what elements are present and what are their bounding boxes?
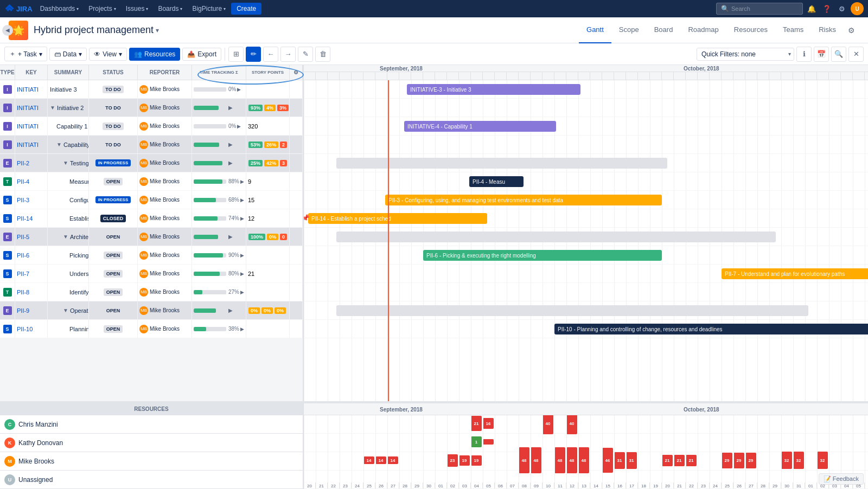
tab-gantt[interactable]: Gantt [579,17,611,43]
gantt-bar[interactable] [336,158,667,169]
data-button[interactable]: 🗃 Data ▾ [49,48,87,61]
nav-bigpicture[interactable]: BigPicture ▾ [188,0,230,17]
task-button[interactable]: ＋ + Task ▾ [4,47,47,61]
expand-icon[interactable]: ▼ [56,141,62,147]
gantt-bar[interactable]: INITIATIVE-3 - Initiative 3 [407,84,580,95]
settings-icon[interactable]: ⚙ [835,2,848,15]
cell-summary[interactable]: Capability 1 [48,117,89,135]
cell-key[interactable]: PII-7 [15,265,48,282]
search-container[interactable]: 🔍 Search [716,3,803,15]
cell-key[interactable]: INITIATI [15,80,48,98]
cell-key[interactable]: PII-4 [15,172,48,190]
expand-icon[interactable]: ▼ [63,234,68,240]
cell-summary[interactable]: Understand and [48,265,89,282]
nav-projects[interactable]: Projects ▾ [84,0,120,17]
tab-resources[interactable]: Resources [726,17,775,43]
table-row[interactable]: IINITIATIInitiative 3TO DOMBMike Brooks0… [0,80,303,99]
delete-icon[interactable]: 🗑 [315,47,330,62]
gantt-bar[interactable]: PII-3 - Configuring, using, and managing… [385,195,662,205]
table-row[interactable]: IINITIATICapability 1TO DOMBMike Brooks0… [0,117,303,136]
project-settings-gear[interactable]: ⚙ [844,17,859,43]
gantt-chart-area[interactable]: INITIATIVE-3 - Initiative 3INITIATIVE-4 … [304,80,868,401]
tab-scope[interactable]: Scope [611,17,647,43]
cell-key[interactable]: PII-5 [15,228,48,246]
nav-boards[interactable]: Boards ▾ [154,0,187,17]
nav-issues[interactable]: Issues ▾ [122,0,153,17]
quick-filter-select[interactable]: Quick Filters: none [697,48,794,61]
create-button[interactable]: Create [231,3,261,15]
edit-icon[interactable]: ✎ [298,47,313,62]
nav-dashboards[interactable]: Dashboards ▾ [36,0,84,17]
expand-icon[interactable]: ▼ [63,160,68,166]
expand-icon[interactable]: ▼ [63,307,68,313]
cell-summary[interactable]: ▼ Operations [48,301,89,319]
cell-key[interactable]: PII-6 [15,246,48,264]
feedback-button[interactable]: 📝 Feedback [819,473,864,485]
user-avatar[interactable]: U [851,2,864,15]
table-row[interactable]: IINITIATI▼ Initiative 2TO DOMBMike Brook… [0,99,303,117]
cell-summary[interactable]: Initiative 3 [48,80,89,98]
table-row[interactable]: EPII-9▼ OperationsOPENMBMike Brooks▶0%0%… [0,301,303,320]
gantt-bar[interactable]: PII-6 - Picking & executing the right mo… [423,250,662,261]
cell-summary[interactable]: Establish a pro🔒 [48,209,89,227]
pencil-icon[interactable]: ✏ [246,47,261,62]
table-row[interactable]: EPII-5▼ ArchitectureOPENMBMike Brooks▶10… [0,228,303,246]
tab-board[interactable]: Board [647,17,681,43]
cell-key[interactable]: PII-8 [15,283,48,301]
tab-teams[interactable]: Teams [775,17,811,43]
cell-key[interactable]: PII-2 [15,154,48,172]
gantt-bar[interactable] [336,305,808,316]
gantt-bar[interactable]: PII-7 - Understand and plan for evolutio… [722,268,868,279]
cell-summary[interactable]: Identify and int [48,283,89,301]
cell-summary[interactable]: Configuring, us [48,191,89,209]
gantt-bar[interactable]: PII-10 - Planning and controlling of cha… [554,324,868,334]
calendar-icon[interactable]: 📅 [814,47,829,62]
table-row[interactable]: SPII-3Configuring, usIN PROGRESSMBMike B… [0,191,303,209]
cell-key[interactable]: PII-9 [15,301,48,319]
gantt-bar[interactable]: INITIATIVE-4 - Capability 1 [404,121,556,132]
view-button[interactable]: 👁 View ▾ [89,48,127,61]
table-row[interactable]: IINITIATI▼ Capability 2TO DOMBMike Brook… [0,136,303,154]
cell-key[interactable]: PII-3 [15,191,48,209]
info-icon[interactable]: ℹ [796,47,812,62]
left-arrow-icon[interactable]: ← [263,47,278,62]
resources-button[interactable]: 👥 Resources [129,48,180,61]
search-toolbar-icon[interactable]: 🔍 [831,47,846,62]
cell-summary[interactable]: Picking & exec [48,246,89,264]
table-row[interactable]: EPII-2▼ TestingIN PROGRESSMBMike Brooks▶… [0,154,303,172]
cell-key[interactable]: INITIATI [15,117,48,135]
table-row[interactable]: SPII-10Planning and coOPENMBMike Brooks3… [0,320,303,338]
cell-summary[interactable]: ▼ Testing [48,154,89,172]
back-button[interactable]: ◀ [2,25,13,36]
cell-summary[interactable]: Planning and co [48,320,89,338]
gantt-bar[interactable] [336,231,776,242]
date-cell: 20 [662,72,674,80]
cell-key[interactable]: PII-10 [15,320,48,338]
gantt-bar[interactable]: PII-4 - Measu [469,176,524,187]
table-row[interactable]: SPII-6Picking & execOPENMBMike Brooks90%… [0,246,303,265]
cell-summary[interactable]: ▼ Initiative 2 [48,99,89,117]
tab-risks[interactable]: Risks [811,17,844,43]
help-icon[interactable]: ❓ [820,2,833,15]
table-row[interactable]: SPII-7Understand andOPENMBMike Brooks80%… [0,265,303,283]
right-arrow-icon[interactable]: → [280,47,296,62]
col-header-settings[interactable]: ⚙ [290,65,303,80]
gantt-bar[interactable]: PII-14 - Establish a project sched [308,213,487,224]
grid-view-icon[interactable]: ⊞ [228,47,244,62]
export-button[interactable]: 📤 Export [182,48,221,61]
notifications-icon[interactable]: 🔔 [805,2,818,15]
tab-roadmap[interactable]: Roadmap [680,17,726,43]
cell-key[interactable]: INITIATI [15,99,48,117]
cell-summary[interactable]: Measuring and [48,172,89,190]
cell-key[interactable]: PII-14 [15,209,48,227]
cell-summary[interactable]: ▼ Architecture [48,228,89,246]
table-row[interactable]: TPII-8Identify and intOPENMBMike Brooks2… [0,283,303,301]
table-row[interactable]: TPII-4Measuring andOPENMBMike Brooks88%▶… [0,172,303,191]
table-row[interactable]: SPII-14Establish a pro🔒CLOSEDMBMike Broo… [0,209,303,228]
cell-summary[interactable]: ▼ Capability 2 [48,136,89,153]
project-title[interactable]: Hybrid project management ▾ [34,24,159,36]
cell-key[interactable]: INITIATI [15,136,48,153]
jira-logo[interactable]: JIRA [4,3,33,14]
close-toolbar-icon[interactable]: ✕ [848,47,864,62]
expand-icon[interactable]: ▼ [50,105,55,111]
